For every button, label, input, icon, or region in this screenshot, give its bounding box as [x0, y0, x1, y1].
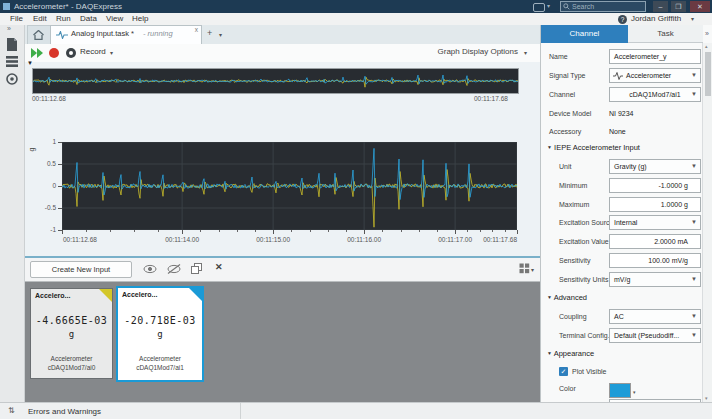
run-toolbar: Record ▾ Graph Display Options ▾ [25, 44, 540, 62]
channel-dropdown[interactable]: cDAQ1Mod7/ai1 ▼ [609, 87, 701, 102]
plot-visible-checkbox[interactable]: ✓ [559, 367, 568, 376]
x-minor-tick [219, 230, 220, 232]
graph-display-options-button[interactable]: Graph Display Options [438, 47, 518, 56]
device-model-label: Device Model [549, 106, 591, 121]
create-new-input-button[interactable]: Create New Input [30, 261, 132, 278]
channel-card-ai0[interactable]: Accelero... -4.6665E-03 g Accelerometer … [30, 288, 113, 379]
terminal-config-label: Terminal Config... [559, 328, 613, 343]
x-tick-label: 00:11:17.00 [438, 236, 472, 243]
user-menu[interactable]: Jordan Griffith [631, 13, 681, 25]
list-view-icon[interactable] [6, 56, 18, 67]
document-icon[interactable] [6, 38, 18, 51]
menu-edit[interactable]: Edit [33, 13, 47, 25]
x-minor-tick [134, 230, 135, 232]
tab-channel[interactable]: Channel [541, 25, 628, 43]
row-sensitivity-units: Sensitivity Units mV/g▼ [541, 272, 701, 288]
name-input[interactable]: Accelerometer_y [609, 49, 701, 64]
hide-plot-icon[interactable] [167, 264, 181, 274]
menu-help[interactable]: Help [132, 13, 148, 25]
channel-card-ai1[interactable]: Accelero... -20.718E-03 g Accelerometer … [116, 286, 204, 382]
row-iepe-section: ▼ IEPE Accelerometer Input [541, 143, 701, 159]
chevron-down-icon: ▼ [691, 329, 697, 342]
excitation-source-label: Excitation Source [559, 215, 613, 230]
card-unit: g [31, 329, 112, 339]
row-terminal-config: Terminal Config... Default (Pseudodiff..… [541, 328, 701, 344]
iepe-section-header[interactable]: ▼ IEPE Accelerometer Input [547, 143, 640, 152]
advanced-section-header[interactable]: ▼ Advanced [547, 293, 587, 302]
x-tick-mark [364, 230, 365, 234]
excitation-source-dropdown[interactable]: Internal▼ [609, 215, 701, 230]
record-caret-icon[interactable]: ▾ [110, 49, 113, 56]
new-tab-caret-icon[interactable]: ▾ [219, 31, 222, 38]
expand-errors-icon[interactable]: ⇅ [8, 406, 15, 415]
feedback-bubble-icon[interactable] [533, 3, 545, 12]
view-layout-caret-icon[interactable]: ▾ [531, 266, 534, 273]
maximum-input[interactable]: 1.0000 g [609, 197, 701, 212]
card-title: Accelero... [122, 291, 157, 298]
signal-type-dropdown[interactable]: Accelerometer ▼ [609, 68, 701, 83]
plot-color-swatch[interactable] [609, 383, 631, 398]
panel-tab-overflow-icon[interactable]: » [705, 30, 709, 37]
stop-icon[interactable] [49, 48, 59, 58]
new-tab-button[interactable]: + [207, 28, 212, 38]
minimize-button[interactable]: – [653, 1, 668, 12]
run-icon[interactable] [31, 48, 44, 58]
card-value: -20.718E-03 [118, 315, 202, 326]
home-tab[interactable] [27, 25, 51, 45]
unit-dropdown[interactable]: Gravity (g)▼ [609, 159, 701, 174]
main-graph-plot[interactable] [62, 142, 517, 230]
time-cursor-marker-icon[interactable]: ▼ [27, 60, 33, 66]
x-minor-tick [382, 230, 383, 232]
menu-run[interactable]: Run [56, 13, 71, 25]
plot-thickness-dropdown[interactable]: 2px ▼ [609, 399, 701, 402]
doc-tab-close-icon[interactable]: x [195, 26, 198, 33]
menu-view[interactable]: View [106, 13, 123, 25]
plot-visible-label: Plot Visible [572, 364, 607, 379]
waveform-task-icon [56, 31, 68, 39]
menu-file[interactable]: File [10, 13, 23, 25]
help-icon[interactable]: ? [618, 15, 627, 24]
x-tick-label: 00:11:14.00 [165, 236, 199, 243]
menu-data[interactable]: Data [80, 13, 97, 25]
y-axis: 10.50-0.5-1 [25, 142, 62, 230]
y-tick-label: 0 [36, 182, 56, 189]
appearance-section-header[interactable]: ▼ Appearance [547, 349, 594, 358]
record-button[interactable]: Record [80, 47, 106, 56]
feedback-caret-icon[interactable]: ▾ [547, 2, 550, 9]
sensitivity-units-dropdown[interactable]: mV/g▼ [609, 272, 701, 287]
plot-thickness-label: Plot Thickness [559, 399, 604, 402]
home-icon [33, 30, 44, 40]
minimum-input[interactable]: -1.0000 g [609, 178, 701, 193]
delete-input-icon[interactable]: ✕ [215, 262, 223, 272]
close-button[interactable]: ✕ [690, 1, 710, 12]
excitation-value-input[interactable]: 2.0000 mA [609, 234, 701, 249]
sensitivity-input[interactable]: 100.00 mV/g [609, 253, 701, 268]
scrollbar-thumb[interactable] [705, 52, 711, 96]
collapse-rail-icon[interactable]: » [7, 25, 11, 32]
doc-tab-status: - running [143, 29, 173, 38]
user-caret-icon[interactable]: ▾ [691, 15, 694, 22]
errors-warnings-button[interactable]: Errors and Warnings [28, 407, 101, 416]
scroll-down-icon[interactable]: ▾ [705, 395, 708, 401]
analog-input-task-tab[interactable]: Analog Input.task * - running x [50, 25, 202, 44]
show-plot-icon[interactable] [143, 264, 157, 274]
terminal-config-dropdown[interactable]: Default (Pseudodiff...▼ [609, 328, 701, 343]
scroll-up-icon[interactable]: ▴ [705, 43, 708, 49]
tab-task[interactable]: Task [628, 25, 703, 43]
coupling-dropdown[interactable]: AC▼ [609, 309, 701, 324]
panel-scrollbar[interactable]: ▴ ▾ [702, 43, 712, 402]
window-title: Accelerometer* - DAQExpress [14, 0, 122, 13]
color-caret-icon[interactable]: ▾ [633, 389, 636, 395]
search-input[interactable]: Search [560, 1, 646, 12]
y-tick-mark [58, 208, 62, 209]
x-minor-tick [505, 230, 506, 232]
search-icon [563, 3, 570, 10]
color-label: Color [559, 381, 576, 396]
record-icon[interactable] [66, 48, 76, 58]
target-icon[interactable] [6, 73, 18, 85]
restore-button[interactable]: ❐ [671, 1, 686, 12]
view-layout-icon[interactable] [519, 263, 530, 274]
duplicate-icon[interactable] [191, 263, 203, 275]
graph-options-caret-icon[interactable]: ▾ [524, 49, 527, 56]
overview-strip-chart[interactable] [32, 68, 519, 94]
